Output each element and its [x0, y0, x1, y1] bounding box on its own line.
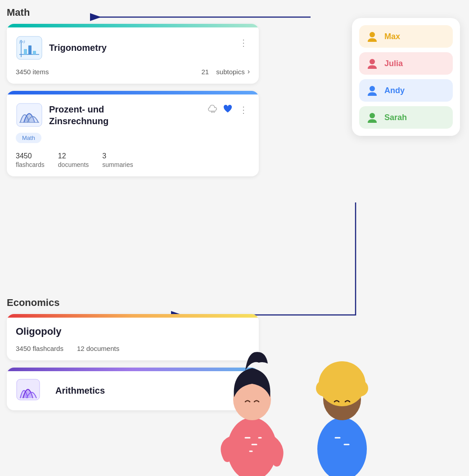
prozent-actions: ⋮: [207, 103, 250, 117]
trig-icon: f(x): [16, 36, 43, 60]
trig-card-header: f(x) Trigonometry ⋮: [16, 36, 250, 60]
trigonometry-card[interactable]: f(x) Trigonometry ⋮: [7, 24, 259, 84]
julia-name: Julia: [384, 59, 403, 68]
person2-svg: [297, 310, 387, 476]
prozent-stats-grid: 3450 flashcards 12 documents 3 summaries: [16, 152, 250, 168]
trig-items-count: 3450 items: [16, 68, 49, 76]
prozent-title: Prozent- und Zinsrechnung: [49, 103, 203, 127]
prozent-documents-stat: 12 documents: [58, 152, 89, 168]
svg-point-23: [317, 418, 367, 476]
julia-avatar: [365, 57, 379, 70]
svg-point-17: [227, 418, 277, 476]
prozent-menu-button[interactable]: ⋮: [237, 103, 250, 117]
trig-card-content: f(x) Trigonometry ⋮: [7, 27, 259, 84]
user-item-sarah[interactable]: Sarah: [359, 106, 453, 129]
main-container: Math f(x): [0, 0, 469, 476]
user-item-max[interactable]: Max: [359, 25, 453, 48]
trig-top-bar: [7, 24, 259, 27]
subtopics-chevron: ›: [248, 67, 250, 76]
user-panel: Max Julia Andy: [352, 18, 460, 136]
economics-title: Economics: [7, 297, 59, 309]
prozent-top-bar: [7, 91, 259, 94]
prozent-heart-icon[interactable]: [223, 104, 233, 116]
oligopoly-documents: 12 documents: [77, 345, 119, 352]
prozent-flashcards-stat: 3450 flashcards: [16, 152, 45, 168]
svg-rect-7: [24, 49, 27, 54]
person1-svg: [207, 310, 297, 476]
user-item-andy[interactable]: Andy: [359, 79, 453, 102]
trig-actions: ⋮: [237, 36, 250, 50]
prozent-summaries-stat: 3 summaries: [102, 152, 133, 168]
svg-point-13: [370, 32, 375, 37]
math-section-header: Math: [7, 7, 259, 18]
sarah-avatar: [365, 111, 379, 124]
andy-avatar: [365, 84, 379, 97]
oligopoly-flashcards: 3450 flashcards: [16, 345, 63, 352]
svg-point-30: [334, 368, 350, 384]
svg-rect-9: [33, 51, 36, 54]
prozent-title-row: Prozent- und Zinsrechnung: [16, 103, 203, 127]
math-title: Math: [7, 7, 30, 18]
trig-title: Trigonometry: [49, 43, 233, 53]
user-item-julia[interactable]: Julia: [359, 52, 453, 75]
svg-point-14: [370, 59, 375, 64]
arithmetics-icon: [16, 378, 43, 403]
characters-illustration: [171, 305, 468, 476]
svg-point-15: [370, 86, 375, 91]
trig-title-row: f(x) Trigonometry: [16, 36, 233, 60]
svg-rect-8: [28, 45, 32, 54]
trig-stats: 3450 items 21 subtopics ›: [16, 67, 250, 76]
prozent-icon: [16, 103, 43, 127]
prozent-card[interactable]: Prozent- und Zinsrechnung: [7, 91, 259, 176]
max-name: Max: [384, 32, 400, 41]
prozent-tag: Math: [16, 133, 41, 143]
trig-subtopics[interactable]: 21 subtopics ›: [201, 67, 250, 76]
prozent-card-content: Prozent- und Zinsrechnung: [7, 94, 259, 176]
andy-name: Andy: [384, 86, 405, 95]
math-section: Math f(x): [0, 0, 266, 190]
trig-menu-button[interactable]: ⋮: [237, 36, 250, 50]
svg-point-16: [370, 113, 375, 118]
max-avatar: [365, 30, 379, 43]
sarah-name: Sarah: [384, 113, 407, 122]
svg-text:f(x): f(x): [19, 39, 25, 44]
prozent-card-header: Prozent- und Zinsrechnung: [16, 103, 250, 127]
prozent-cloud-icon[interactable]: [207, 105, 218, 115]
